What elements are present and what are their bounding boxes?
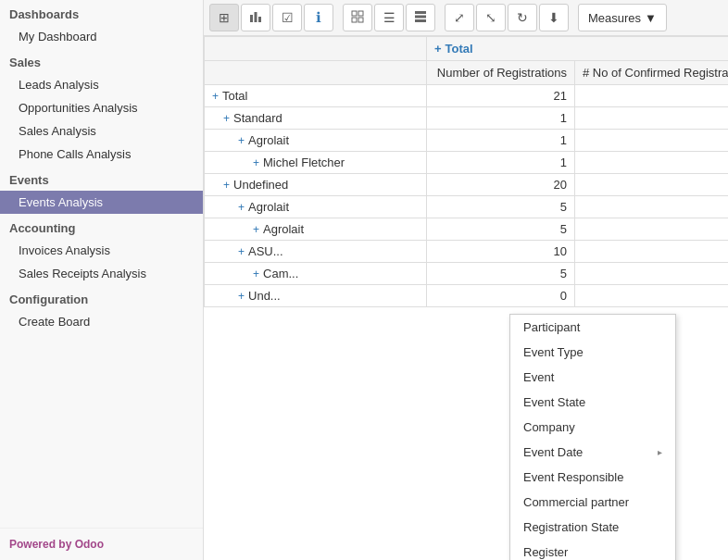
toolbar: ⊞ ☑ ℹ ☰: [204, 0, 728, 36]
pivot-icon: [351, 10, 364, 26]
table-row: +Agrolait 5 0: [205, 218, 729, 241]
row-val2-michel: 0: [575, 152, 729, 174]
row-val2-cam: 0: [575, 263, 729, 285]
row-val2-asu: 0: [575, 241, 729, 263]
row-val1-asu: 10: [427, 241, 575, 263]
row-label-und: +Und...: [205, 285, 427, 307]
row-val2-total: 0: [575, 85, 729, 107]
svg-rect-6: [358, 18, 363, 22]
bar-chart-icon: [249, 10, 262, 26]
row-val1-michel: 1: [427, 152, 575, 174]
bars-button[interactable]: [406, 4, 435, 31]
dropdown-item-event-type[interactable]: Event Type: [510, 340, 675, 365]
refresh-icon: ↻: [517, 10, 528, 25]
dropdown-item-event[interactable]: Event: [510, 365, 675, 390]
table-header-label: [205, 37, 427, 61]
dropdown-item-commercial-partner[interactable]: Commercial partner: [510, 490, 675, 515]
expand-undefined-icon[interactable]: +: [223, 179, 230, 192]
dropdown-item-registration-state[interactable]: Registration State: [510, 515, 675, 540]
bar-chart-button[interactable]: [241, 4, 270, 31]
row-label-agrolait-1: +Agrolait: [205, 130, 427, 152]
svg-rect-0: [250, 15, 253, 22]
list-icon: ☰: [383, 10, 395, 25]
measures-dropdown: Participant Event Type Event Event State…: [509, 314, 676, 560]
expand-total-icon[interactable]: +: [212, 90, 219, 103]
expand-asu-icon[interactable]: +: [238, 245, 245, 258]
svg-rect-1: [255, 12, 257, 22]
sidebar-section-sales: Sales: [0, 48, 203, 73]
dropdown-item-event-date[interactable]: Event Date ▸: [510, 440, 675, 465]
bar-chart-svg: [249, 10, 262, 23]
measures-caret-icon: ▼: [645, 11, 657, 25]
row-val1-cam: 5: [427, 263, 575, 285]
svg-rect-8: [415, 15, 426, 18]
table-row: +Michel Fletcher 1 0: [205, 152, 729, 174]
dropdown-label-commercial-partner: Commercial partner: [523, 495, 629, 509]
download-button[interactable]: ⬇: [539, 4, 569, 31]
refresh-button[interactable]: ↻: [508, 4, 537, 31]
expand-michel-icon[interactable]: +: [253, 156, 259, 169]
check-button[interactable]: ☑: [272, 4, 302, 31]
plus-icon: +: [434, 42, 442, 56]
table-row: +Agrolait 1 0: [205, 130, 729, 152]
sidebar: Dashboards My Dashboard Sales Leads Anal…: [0, 0, 204, 560]
expand-cam-icon[interactable]: +: [253, 268, 259, 280]
dropdown-item-register[interactable]: Register: [510, 540, 675, 560]
dropdown-item-participant[interactable]: Participant: [510, 315, 675, 340]
dropdown-label-registration-state: Registration State: [523, 520, 619, 534]
row-val1-und: 0: [427, 285, 575, 307]
list-button[interactable]: ☰: [374, 4, 404, 31]
sidebar-item-sales-receipts-analysis[interactable]: Sales Receipts Analysis: [0, 262, 203, 285]
sidebar-item-opportunities-analysis[interactable]: Opportunities Analysis: [0, 96, 203, 119]
svg-rect-2: [258, 17, 261, 22]
dropdown-item-event-responsible[interactable]: Event Responsible: [510, 465, 675, 490]
grid-icon: ⊞: [219, 10, 230, 25]
download-icon: ⬇: [548, 10, 559, 25]
table-row: +Total 21 0: [205, 85, 729, 107]
measures-label: Measures: [588, 11, 641, 25]
sidebar-item-sales-analysis[interactable]: Sales Analysis: [0, 119, 203, 143]
expand-button[interactable]: ⤢: [445, 4, 474, 31]
sidebar-item-my-dashboard[interactable]: My Dashboard: [0, 25, 203, 48]
expand-agrolait1-icon[interactable]: +: [238, 134, 245, 147]
expand-icon: ⤢: [454, 10, 465, 25]
dropdown-item-company[interactable]: Company: [510, 415, 675, 440]
expand-agrolait3-icon[interactable]: +: [253, 223, 259, 236]
table-col-registrations: Number of Registrations: [427, 61, 575, 85]
info-button[interactable]: ℹ: [304, 4, 333, 31]
info-icon: ℹ: [316, 9, 321, 26]
dropdown-item-event-state[interactable]: Event State: [510, 390, 675, 415]
table-row: +Undefined 20 0: [205, 174, 729, 196]
dropdown-label-register: Register: [523, 545, 568, 559]
sidebar-item-create-board[interactable]: Create Board: [0, 310, 203, 333]
collapse-button[interactable]: ⤡: [476, 4, 506, 31]
svg-rect-3: [352, 11, 357, 16]
measures-button[interactable]: Measures ▼: [578, 4, 667, 31]
main-content: ⊞ ☑ ℹ ☰: [204, 0, 728, 560]
sidebar-item-leads-analysis[interactable]: Leads Analysis: [0, 73, 203, 96]
grid-view-button[interactable]: ⊞: [209, 4, 239, 31]
row-val1-agrolait-1: 1: [427, 130, 575, 152]
collapse-icon: ⤡: [485, 10, 496, 25]
sidebar-item-invoices-analysis[interactable]: Invoices Analysis: [0, 239, 203, 262]
pivot-button[interactable]: [343, 4, 372, 31]
data-table: +Total Number of Registrations # No of C…: [204, 36, 728, 307]
table-header-total: +Total: [427, 37, 729, 61]
expand-standard-icon[interactable]: +: [223, 112, 230, 125]
table-row: +Agrolait 5 0: [205, 196, 729, 218]
svg-rect-4: [358, 11, 363, 16]
svg-rect-5: [352, 18, 357, 22]
expand-agrolait2-icon[interactable]: +: [238, 201, 245, 214]
row-val2-agrolait-2: 0: [575, 196, 729, 218]
row-val2-agrolait-3: 0: [575, 218, 729, 241]
sidebar-section-configuration: Configuration: [0, 285, 203, 310]
row-val1-agrolait-2: 5: [427, 196, 575, 218]
table-area: +Total Number of Registrations # No of C…: [204, 36, 728, 560]
dropdown-label-event-type: Event Type: [523, 345, 584, 359]
sidebar-item-events-analysis[interactable]: Events Analysis: [0, 191, 203, 214]
expand-und-icon[interactable]: +: [238, 290, 245, 303]
sidebar-item-phone-calls-analysis[interactable]: Phone Calls Analysis: [0, 143, 203, 166]
sidebar-footer: Powered by Odoo: [0, 528, 203, 560]
row-label-agrolait-3: +Agrolait: [205, 218, 427, 241]
row-val1-undefined: 20: [427, 174, 575, 196]
